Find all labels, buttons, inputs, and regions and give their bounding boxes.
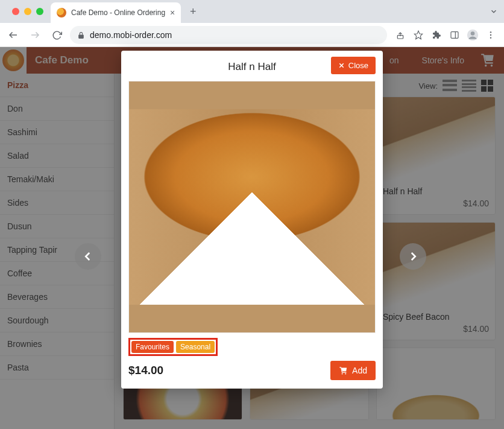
reload-button[interactable] bbox=[48, 27, 65, 43]
close-button[interactable]: Close bbox=[331, 57, 376, 74]
modal-price: $14.00 bbox=[128, 364, 163, 377]
lock-icon bbox=[77, 31, 85, 39]
url-text: demo.mobi-order.com bbox=[90, 30, 172, 40]
share-icon[interactable] bbox=[394, 29, 406, 41]
add-button[interactable]: Add bbox=[330, 361, 376, 380]
new-tab-button[interactable]: + bbox=[184, 3, 201, 20]
modal-footer: $14.00 Add bbox=[128, 361, 376, 380]
kebab-menu-icon[interactable] bbox=[485, 29, 497, 41]
forward-button[interactable] bbox=[27, 27, 43, 43]
address-bar: demo.mobi-order.com bbox=[0, 23, 504, 47]
close-tab-icon[interactable]: × bbox=[170, 8, 175, 17]
tag-favourites[interactable]: Favourites bbox=[131, 341, 174, 353]
carousel-prev-button[interactable] bbox=[75, 243, 101, 270]
svg-marker-3 bbox=[414, 31, 422, 39]
browser-tab[interactable]: Cafe Demo - Online Ordering × bbox=[51, 2, 181, 23]
svg-point-9 bbox=[490, 34, 491, 36]
back-button[interactable] bbox=[5, 27, 22, 43]
tab-title: Cafe Demo - Online Ordering bbox=[71, 8, 165, 17]
cart-icon bbox=[339, 366, 348, 375]
svg-point-8 bbox=[490, 31, 491, 33]
tag-seasonal[interactable]: Seasonal bbox=[176, 341, 215, 353]
tab-favicon-icon bbox=[57, 8, 66, 17]
product-modal: Half n Half Close Favourites Seasonal $1… bbox=[121, 51, 383, 389]
bookmark-star-icon[interactable] bbox=[412, 29, 424, 41]
close-icon bbox=[338, 62, 345, 69]
svg-point-7 bbox=[471, 31, 475, 36]
extensions-icon[interactable] bbox=[430, 29, 443, 41]
toolbar-right bbox=[392, 29, 499, 41]
modal-overlay[interactable]: Half n Half Close Favourites Seasonal $1… bbox=[0, 47, 504, 429]
panel-icon[interactable] bbox=[449, 29, 461, 41]
modal-product-image bbox=[128, 81, 376, 333]
close-label: Close bbox=[348, 61, 368, 70]
window-minimize-icon[interactable] bbox=[24, 8, 31, 15]
add-label: Add bbox=[352, 366, 367, 375]
window-fullscreen-icon[interactable] bbox=[36, 8, 43, 15]
profile-avatar-icon[interactable] bbox=[467, 29, 479, 41]
browser-tab-bar: Cafe Demo - Online Ordering × + bbox=[0, 0, 504, 23]
svg-rect-4 bbox=[451, 32, 458, 39]
url-input[interactable]: demo.mobi-order.com bbox=[70, 26, 387, 44]
window-controls bbox=[5, 0, 51, 23]
modal-header: Half n Half Close bbox=[128, 57, 376, 77]
tag-highlight: Favourites Seasonal bbox=[128, 338, 218, 356]
svg-point-15 bbox=[342, 373, 343, 374]
carousel-next-button[interactable] bbox=[400, 243, 426, 270]
window-close-icon[interactable] bbox=[12, 8, 19, 15]
svg-point-10 bbox=[490, 37, 491, 38]
svg-point-16 bbox=[345, 373, 346, 374]
tabs-overflow-icon[interactable] bbox=[490, 7, 498, 16]
modal-title: Half n Half bbox=[228, 61, 276, 73]
browser-chrome: Cafe Demo - Online Ordering × + demo.mob… bbox=[0, 0, 504, 47]
